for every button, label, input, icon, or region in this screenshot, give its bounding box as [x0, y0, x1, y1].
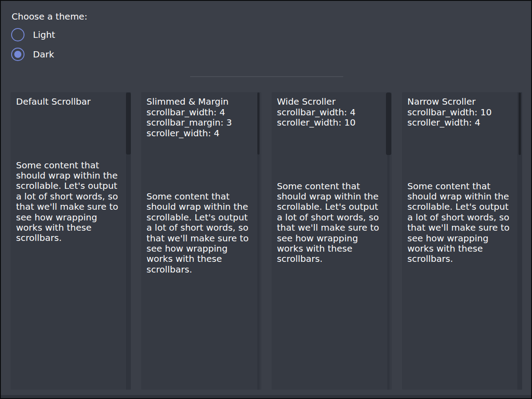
vertical-scrollbar-thumb[interactable] [519, 93, 521, 155]
radio-option-light[interactable]: Light [11, 28, 55, 42]
panel-content: Slimmed & Margin scrollbar_width: 4 scro… [146, 97, 253, 275]
vertical-scrollbar-thumb[interactable] [386, 93, 391, 155]
panel-title: Wide Scroller [277, 97, 384, 107]
theme-chooser-label: Choose a theme: [12, 11, 87, 22]
vertical-scrollbar-thumb[interactable] [257, 93, 260, 155]
panel-content: Narrow Scroller scrollbar_width: 10 scro… [407, 97, 514, 265]
panel-body-text: Some content that should wrap within the… [16, 160, 125, 244]
panel-body-text: Some content that should wrap within the… [407, 181, 516, 265]
scroll-panel-default[interactable]: Default Scrollbar Some content that shou… [11, 92, 131, 390]
radio-label-dark: Dark [33, 49, 54, 60]
scrollables-row: Default Scrollbar Some content that shou… [11, 92, 522, 390]
panel-params: scrollbar_width: 4 scroller_width: 10 [277, 107, 384, 128]
scroll-panel-narrow-scroller[interactable]: Narrow Scroller scrollbar_width: 10 scro… [402, 92, 522, 390]
app-window: Choose a theme: Light Dark Default Scrol… [1, 1, 531, 398]
panel-body-text: Some content that should wrap within the… [146, 191, 255, 275]
panel-title: Narrow Scroller [407, 97, 514, 107]
window-frame: Choose a theme: Light Dark Default Scrol… [0, 0, 532, 399]
horizontal-scrollbar-track[interactable] [1, 395, 531, 398]
panel-params: scrollbar_width: 4 scrollbar_margin: 3 s… [146, 107, 253, 139]
panel-title: Slimmed & Margin [146, 97, 253, 107]
panel-content: Wide Scroller scrollbar_width: 4 scrolle… [277, 97, 384, 265]
panel-params: scrollbar_width: 10 scroller_width: 4 [407, 107, 514, 128]
panel-content: Default Scrollbar Some content that shou… [16, 97, 123, 244]
section-divider [190, 76, 343, 77]
scroll-panel-wide-scroller[interactable]: Wide Scroller scrollbar_width: 4 scrolle… [272, 92, 392, 390]
radio-option-dark[interactable]: Dark [11, 47, 54, 61]
radio-icon-dark-selected[interactable] [11, 48, 24, 61]
radio-label-light: Light [33, 29, 55, 40]
panel-title: Default Scrollbar [16, 97, 123, 107]
scroll-panel-slimmed-margin[interactable]: Slimmed & Margin scrollbar_width: 4 scro… [141, 92, 261, 390]
vertical-scrollbar-thumb[interactable] [126, 93, 131, 155]
radio-icon-light[interactable] [11, 28, 24, 41]
panel-body-text: Some content that should wrap within the… [277, 181, 386, 265]
